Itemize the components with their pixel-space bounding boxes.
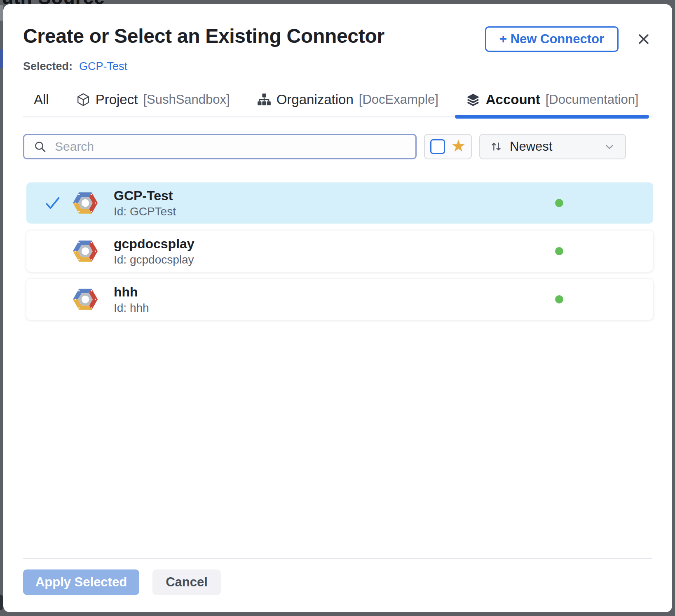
selected-label: Selected: xyxy=(23,60,73,73)
scope-tabbar: All Project [SushSandbox] Organization [… xyxy=(23,85,652,117)
gcp-connector-icon xyxy=(73,288,98,310)
new-connector-button[interactable]: + New Connector xyxy=(485,26,619,52)
connector-id: Id: gcpdocsplay xyxy=(114,253,195,266)
connector-name: gcpdocsplay xyxy=(114,236,195,252)
apply-selected-button[interactable]: Apply Selected xyxy=(23,569,139,595)
tab-label: Account xyxy=(486,92,540,107)
selected-check-icon xyxy=(45,243,61,259)
connector-id: Id: hhh xyxy=(114,301,149,315)
tab-all[interactable]: All xyxy=(23,85,60,117)
status-dot xyxy=(555,199,563,207)
status-dot xyxy=(555,295,563,303)
favorites-checkbox[interactable] xyxy=(430,139,445,154)
tab-scope: [DocExample] xyxy=(359,92,438,107)
connector-name: GCP-Test xyxy=(114,188,176,203)
status-dot xyxy=(555,247,563,255)
layers-icon xyxy=(466,92,480,107)
search-box xyxy=(23,134,417,159)
modal-header: Create or Select an Existing Connector +… xyxy=(23,26,652,52)
favorites-filter[interactable]: ★ xyxy=(424,134,472,159)
tab-label: Organization xyxy=(277,92,354,107)
selected-check-icon xyxy=(45,195,61,211)
list-controls: ★ Newest xyxy=(23,134,652,159)
star-icon: ★ xyxy=(451,138,466,154)
connector-list-item[interactable]: hhh Id: hhh xyxy=(26,279,653,320)
connector-list: GCP-Test Id: GCPTest gcpdocsp xyxy=(26,182,653,320)
chevron-down-icon xyxy=(604,141,615,152)
sort-dropdown[interactable]: Newest xyxy=(479,134,626,159)
tab-organization[interactable]: Organization [DocExample] xyxy=(246,85,449,117)
modal-title: Create or Select an Existing Connector xyxy=(23,26,384,47)
cancel-button[interactable]: Cancel xyxy=(152,569,221,595)
connector-list-item[interactable]: gcpdocsplay Id: gcpdocsplay xyxy=(26,231,653,272)
connector-list-item[interactable]: GCP-Test Id: GCPTest xyxy=(26,182,653,224)
connector-name: hhh xyxy=(114,284,149,300)
selected-check-icon xyxy=(45,291,61,308)
tab-label: Project xyxy=(96,92,138,107)
tab-scope: [SushSandbox] xyxy=(143,92,230,107)
tab-account[interactable]: Account [Documentation] xyxy=(455,85,649,117)
sort-arrows-icon xyxy=(490,140,502,153)
cube-icon xyxy=(76,93,90,107)
selected-connector-line: Selected: GCP-Test xyxy=(23,60,652,73)
selected-connector-link[interactable]: GCP-Test xyxy=(79,60,127,73)
tab-scope: [Documentation] xyxy=(546,92,639,107)
search-input[interactable] xyxy=(54,139,406,154)
org-chart-icon xyxy=(257,93,271,107)
tab-project[interactable]: Project [SushSandbox] xyxy=(66,85,241,117)
search-icon xyxy=(33,140,47,153)
background-edge-fragment xyxy=(0,49,3,68)
connector-id: Id: GCPTest xyxy=(114,205,176,218)
background-edge-fragment xyxy=(0,595,3,610)
close-button[interactable] xyxy=(635,30,652,48)
connector-select-modal: Create or Select an Existing Connector +… xyxy=(3,4,672,612)
background-edge-fragment xyxy=(0,5,3,21)
tab-label: All xyxy=(34,92,49,107)
sort-value: Newest xyxy=(510,139,552,154)
close-icon xyxy=(637,32,651,46)
gcp-connector-icon xyxy=(73,240,98,262)
modal-footer: Apply Selected Cancel xyxy=(23,558,652,595)
gcp-connector-icon xyxy=(73,192,98,214)
